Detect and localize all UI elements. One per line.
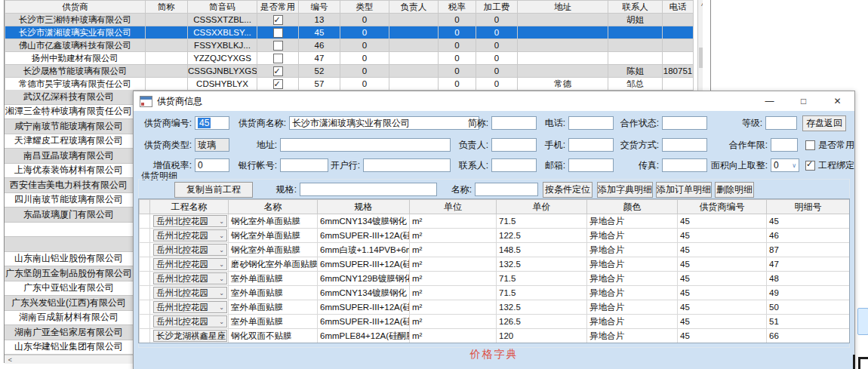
detail-row[interactable]: 岳州北控花园 钢化室外单面贴膜 6mmSUPER-III+12A(硅... m²… bbox=[140, 229, 850, 243]
col-header-manager[interactable]: 负责人 bbox=[389, 1, 439, 14]
col-header-code[interactable]: 简音码 bbox=[188, 1, 257, 14]
supplier-list-item[interactable]: 咸宁南玻节能玻璃有限公司 bbox=[5, 119, 133, 134]
supplier-list-item[interactable]: 湘潭三金特种玻璃有限责任公司 bbox=[5, 105, 133, 120]
common-checkbox[interactable] bbox=[273, 28, 283, 38]
project-combo[interactable]: 岳州北控花园 bbox=[153, 301, 227, 313]
supplier-list-item[interactable]: 武汉亿深科技有限公司 bbox=[5, 90, 133, 105]
detail-col-detail-id[interactable]: 明细号 bbox=[767, 200, 850, 214]
copy-current-project-button[interactable]: 复制当前工程 bbox=[174, 182, 253, 198]
supplier-list-item[interactable]: 湖南百成新材料有限公司 bbox=[5, 311, 133, 326]
detail-col-price[interactable]: 单价 bbox=[497, 200, 587, 214]
supplier-list-item[interactable] bbox=[5, 237, 133, 252]
project-combo[interactable]: 岳州北控花园 bbox=[153, 215, 227, 227]
supplier-list-item[interactable]: 上海优泰装饰材料有限公司 bbox=[5, 164, 133, 179]
detail-row[interactable]: 岳州北控花园 磨砂钢化室外单面贴膜 6mmSUPER-III+12A(硅... … bbox=[140, 257, 850, 272]
project-combo[interactable]: 长沙龙湖祺鑫星座 bbox=[153, 330, 227, 342]
detail-row[interactable]: 岳州北控花园 室外单面贴膜 6mmSUPER-III+12A(硅... m² 1… bbox=[140, 315, 850, 329]
supplier-list-item[interactable]: 山东华建铝业集团有限公司 bbox=[5, 340, 133, 355]
contact-input[interactable] bbox=[491, 158, 537, 172]
supplier-list-item[interactable] bbox=[5, 223, 133, 238]
detail-col-name[interactable]: 名称 bbox=[229, 200, 318, 214]
detail-row[interactable]: 长沙龙湖祺鑫星座 钢化双面不贴膜 6mmPLE84+12A(硅酮胶... m² … bbox=[140, 329, 850, 343]
supplier-list-item[interactable]: 湖南广亚全铝家居有限公司 bbox=[5, 325, 133, 340]
col-header-common[interactable]: 是否常用 bbox=[257, 1, 299, 14]
supplier-row[interactable]: 佛山市亿鑫玻璃科技有限公司 FSSYXBLKJ... 46 0 0 0 bbox=[5, 39, 694, 52]
col-header-phone[interactable]: 电话 bbox=[663, 1, 694, 14]
name-filter-input[interactable] bbox=[475, 183, 538, 196]
locate-by-condition-button[interactable]: 按条件定位 bbox=[543, 182, 593, 198]
project-bind-checkbox-field[interactable]: 工程绑定 bbox=[805, 158, 854, 173]
coop-years-input[interactable] bbox=[771, 138, 798, 152]
supplier-id-input[interactable]: 45 bbox=[195, 116, 229, 130]
supplier-row[interactable]: 扬州中勤建材有限公司 YZZQJCYXGS 47 0 0 0 bbox=[5, 52, 694, 65]
manager-input[interactable] bbox=[491, 138, 537, 152]
add-order-detail-button[interactable]: 添加订单明细 bbox=[656, 182, 712, 198]
common-checkbox[interactable] bbox=[273, 41, 283, 51]
supplier-list-item[interactable]: 西安佳吉美电力科技有限公司 bbox=[5, 178, 133, 193]
abbr-input[interactable] bbox=[491, 116, 537, 130]
mobile-input[interactable] bbox=[568, 138, 614, 152]
supplier-row[interactable]: 常德市昊宇玻璃有限责任公司 CDSHYBLYX 57 0 0 0 常德 邹总 bbox=[5, 78, 694, 91]
supplier-list-item[interactable]: 山东南山铝业股份有限公司 bbox=[5, 252, 133, 267]
supplier-list-item[interactable]: 四川南玻节能玻璃有限公司 bbox=[5, 193, 133, 208]
bank-account-input[interactable] bbox=[280, 158, 328, 172]
project-combo[interactable]: 岳州北控花园 bbox=[153, 244, 227, 256]
col-header-id[interactable]: 编号 bbox=[299, 1, 340, 14]
scroll-left-icon[interactable]: < bbox=[5, 355, 16, 364]
detail-row[interactable]: 岳州北控花园 室外单面贴膜 6mmSUPER-III+12A(硅... m² 1… bbox=[140, 300, 850, 315]
email-input[interactable] bbox=[568, 158, 614, 172]
detail-row[interactable]: 岳州北控花园 室外单面贴膜 6mmCNY134镀膜钢化 m² 71.5 异地合片… bbox=[140, 286, 850, 300]
project-combo[interactable]: 岳州北控花园 bbox=[153, 258, 227, 270]
phone-input[interactable] bbox=[568, 116, 614, 130]
detail-row[interactable]: 岳州北控花园 室外单面贴膜 6mmCNY129B镀膜钢化 m² 71.5 异地合… bbox=[140, 272, 850, 286]
common-checkbox[interactable] bbox=[273, 79, 283, 89]
col-header-fee[interactable]: 加工费 bbox=[476, 1, 518, 14]
scrollbar-thumb[interactable] bbox=[699, 48, 703, 68]
supplier-list-item[interactable]: 广东坚朗五金制品股份有限公司 bbox=[5, 266, 133, 281]
supplier-name-input[interactable]: 长沙市潇湘玻璃实业有限公司 bbox=[289, 116, 479, 130]
fax-input[interactable] bbox=[662, 158, 707, 172]
scroll-up-icon[interactable]: ^ bbox=[698, 0, 703, 11]
minimize-button[interactable]: — bbox=[753, 91, 786, 111]
common-use-checkbox[interactable] bbox=[805, 140, 815, 150]
col-header-type[interactable]: 类型 bbox=[340, 1, 389, 14]
supplier-row[interactable]: 长沙市三湘特种玻璃有限公司 CSSSXTZBL... 13 0 0 0 胡姐 bbox=[5, 14, 694, 26]
supplier-type-input[interactable]: 玻璃 bbox=[195, 138, 229, 152]
dialog-titlebar[interactable]: 供货商信息 — □ ✕ bbox=[134, 91, 854, 111]
grid-horizontal-scrollbar[interactable]: < bbox=[5, 355, 133, 364]
supplier-list-item[interactable]: 广东中亚铝业有限公司 bbox=[5, 281, 133, 297]
detail-col-color[interactable]: 颜色 bbox=[587, 200, 678, 214]
coop-status-input[interactable] bbox=[662, 116, 707, 130]
spec-filter-input[interactable] bbox=[300, 183, 437, 196]
detail-row[interactable]: 岳州北控花园 钢化室外单面贴膜 6mmCNY134镀膜钢化 m² 71.5 异地… bbox=[140, 214, 850, 229]
delete-detail-button[interactable]: 删除明细 bbox=[715, 182, 754, 198]
detail-col-unit[interactable]: 单位 bbox=[410, 200, 497, 214]
detail-col-spec[interactable]: 规格 bbox=[318, 200, 410, 214]
add-dictionary-detail-button[interactable]: 添加字典明细 bbox=[597, 182, 653, 198]
grade-input[interactable] bbox=[765, 116, 797, 130]
bank-name-input[interactable] bbox=[363, 158, 451, 172]
supplier-list-item[interactable]: 东晶玻璃厦门有限公司 bbox=[5, 208, 133, 223]
maximize-button[interactable]: □ bbox=[786, 91, 820, 111]
col-header-tax[interactable]: 税率 bbox=[439, 1, 476, 14]
common-checkbox[interactable] bbox=[273, 54, 283, 63]
area-round-up-select[interactable]: 0 ∨ bbox=[771, 158, 799, 172]
supplier-list-item[interactable]: 南昌亚晶玻璃有限公司 bbox=[5, 149, 133, 164]
project-bind-checkbox[interactable] bbox=[805, 161, 815, 171]
close-button[interactable]: ✕ bbox=[820, 91, 854, 111]
col-header-supplier[interactable]: 供货商 bbox=[5, 1, 146, 14]
common-checkbox[interactable] bbox=[273, 15, 283, 25]
col-header-contact[interactable]: 联系人 bbox=[608, 1, 663, 14]
save-return-button[interactable]: 存盘返回 bbox=[802, 115, 846, 131]
detail-row[interactable]: 岳州北控花园 钢化室外单面贴膜 6mm白玻+1.14PVB+6mm... m² … bbox=[140, 243, 850, 257]
supplier-list-item[interactable]: 天津耀皮工程玻璃有限公司 bbox=[5, 134, 133, 149]
col-header-address[interactable]: 地址 bbox=[518, 1, 608, 14]
supplier-row[interactable]: 长沙市潇湘玻璃实业有限公司 CSSXXBLSY... 45 0 0 0 bbox=[5, 26, 694, 39]
common-use-checkbox-field[interactable]: 是否常用 bbox=[805, 137, 854, 152]
supplier-list-item[interactable]: 广东兴发铝业(江西)有限公司 bbox=[5, 296, 133, 311]
vat-rate-input[interactable]: 0 bbox=[195, 158, 229, 172]
project-combo[interactable]: 岳州北控花园 bbox=[153, 287, 227, 299]
detail-col-project[interactable]: 工程名称 bbox=[150, 200, 229, 214]
detail-col-supplier-id[interactable]: 供货商编号 bbox=[678, 200, 767, 214]
delivery-input[interactable] bbox=[662, 138, 707, 152]
